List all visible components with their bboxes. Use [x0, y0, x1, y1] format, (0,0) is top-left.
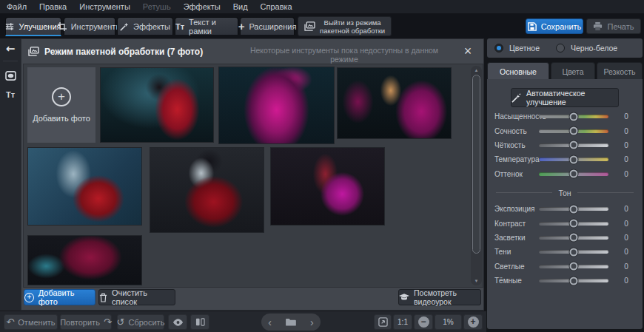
save-icon — [528, 22, 537, 31]
next-photo-button[interactable]: › — [310, 317, 314, 328]
close-icon[interactable]: × — [460, 41, 476, 61]
tab-basic[interactable]: Основные — [487, 62, 549, 80]
photo-navigator: ‹ › — [261, 314, 321, 331]
photo-thumbnail-1[interactable] — [100, 67, 214, 143]
slider-handle[interactable] — [570, 234, 578, 242]
slider-row-temperature: Температура 0 — [487, 152, 643, 166]
slider-handle[interactable] — [570, 220, 578, 228]
zoom-in-button[interactable]: + — [463, 314, 483, 330]
text-tool-button[interactable]: Tт — [0, 85, 21, 104]
scroll-up-icon[interactable]: ▲ — [471, 68, 482, 72]
add-photo-label: Добавить фото — [38, 288, 95, 306]
zoom-out-button[interactable]: − — [414, 314, 433, 330]
fit-to-screen-button[interactable] — [374, 314, 392, 330]
slider-handle[interactable] — [570, 248, 578, 256]
clear-list-button[interactable]: Очистить список — [98, 289, 175, 305]
vertical-scrollbar[interactable]: ▲ ▼ — [471, 66, 482, 285]
photo-editor-window: Файл Правка Инструменты Ретушь Эффекты В… — [0, 0, 644, 332]
folder-icon[interactable] — [285, 318, 296, 326]
tab-extensions[interactable]: + Расширения — [240, 17, 295, 35]
add-photo-tile[interactable]: + Добавить фото — [27, 67, 95, 143]
slider-handle[interactable] — [570, 205, 578, 213]
clarity-slider[interactable] — [539, 143, 608, 147]
magic-wand-icon — [120, 22, 129, 31]
prev-photo-button[interactable]: ‹ — [268, 317, 272, 328]
slider-row-tint: Оттенок 0 — [487, 167, 643, 181]
slider-value: 0 — [619, 155, 634, 163]
menu-view[interactable]: Вид — [233, 2, 248, 11]
scrollbar-thumb[interactable] — [472, 75, 480, 254]
reset-button[interactable]: ↺ Сбросить — [117, 314, 164, 330]
whites-slider[interactable] — [539, 265, 608, 268]
menu-effects[interactable]: Эффекты — [184, 2, 221, 11]
tab-enhancements[interactable]: Улучшения — [5, 17, 61, 36]
photo-thumbnail-2[interactable] — [218, 67, 335, 144]
text-tool-icon: Tт — [6, 90, 15, 99]
slider-handle[interactable] — [570, 277, 578, 285]
print-button[interactable]: Печать — [586, 18, 641, 34]
tab-tools[interactable]: Инструменты — [64, 17, 115, 35]
shadows-slider[interactable] — [539, 250, 608, 254]
slider-row-clarity: Чёткость 0 — [487, 138, 643, 152]
zoom-actual-button[interactable]: 1:1 — [393, 314, 412, 330]
divider — [3, 61, 18, 61]
redo-button[interactable]: Повторить ↷ — [60, 314, 112, 330]
blacks-slider[interactable] — [539, 279, 608, 282]
tab-effects[interactable]: Эффекты — [117, 17, 173, 35]
preview-original-button[interactable] — [168, 314, 187, 330]
slider-label: Экспозиция — [494, 205, 534, 213]
back-button[interactable]: ← — [0, 38, 21, 59]
contrast-slider[interactable] — [539, 222, 608, 226]
watch-tutorial-button[interactable]: Посмотреть видеоурок — [398, 289, 481, 305]
auto-enhance-button[interactable]: Автоматическое улучшение — [511, 88, 619, 107]
status-bar: ↶ Отменить Повторить ↷ ↺ Сбросить — [0, 311, 486, 332]
batch-title: Режим пакетной обработки (7 фото) — [44, 47, 203, 57]
scroll-down-icon[interactable]: ▼ — [471, 279, 482, 283]
exit-batch-mode-button[interactable]: Выйти из режима пакетной обработки — [298, 16, 392, 36]
save-button[interactable]: Сохранить — [526, 18, 583, 34]
slider-handle[interactable] — [570, 170, 578, 178]
slider-value: 0 — [619, 205, 634, 213]
menu-file[interactable]: Файл — [7, 2, 27, 11]
vignette-tool-button[interactable] — [0, 66, 21, 85]
tab-text-frames[interactable]: Tт Текст и рамки — [175, 17, 238, 35]
before-after-button[interactable] — [190, 314, 209, 330]
temperature-slider[interactable] — [539, 157, 608, 161]
slider-handle[interactable] — [570, 262, 578, 271]
color-radio[interactable] — [494, 44, 503, 52]
minus-icon: − — [418, 316, 429, 328]
tint-slider[interactable] — [539, 172, 608, 176]
undo-icon: ↶ — [6, 316, 14, 328]
slider-label: Сочность — [494, 127, 527, 135]
tab-label: Текст и рамки — [189, 18, 238, 35]
slider-value: 0 — [619, 234, 634, 242]
photo-thumbnail-6[interactable] — [270, 147, 385, 226]
batch-notice: Некоторые инструменты пока недоступны в … — [244, 46, 445, 64]
menu-retouch: Ретушь — [143, 2, 171, 11]
saturation-slider[interactable] — [539, 115, 608, 118]
redo-icon: ↷ — [104, 316, 112, 328]
slider-row-shadows: Тени 0 — [487, 245, 643, 259]
slider-handle[interactable] — [570, 127, 578, 135]
zoom-level[interactable]: 1% — [435, 314, 462, 330]
slider-handle[interactable] — [570, 141, 578, 149]
exposure-slider[interactable] — [539, 207, 608, 211]
vibrance-slider[interactable] — [539, 129, 608, 133]
bw-radio[interactable] — [556, 44, 565, 52]
tab-colors[interactable]: Цвета — [551, 62, 595, 80]
menu-edit[interactable]: Правка — [39, 2, 67, 11]
photo-thumbnail-5[interactable] — [150, 147, 264, 233]
slider-handle[interactable] — [570, 112, 578, 121]
add-photo-button[interactable]: + Добавить фото — [24, 289, 95, 305]
photo-thumbnail-7[interactable] — [27, 235, 142, 285]
undo-button[interactable]: ↶ Отменить — [4, 314, 58, 330]
highlights-slider[interactable] — [539, 236, 608, 240]
slider-handle[interactable] — [570, 155, 578, 163]
photo-thumbnail-4[interactable] — [27, 147, 142, 226]
tab-sharpness[interactable]: Резкость — [597, 62, 643, 80]
photo-thumbnail-3[interactable] — [337, 67, 452, 139]
tab-label: Расширения — [249, 22, 296, 31]
menu-tools[interactable]: Инструменты — [79, 2, 130, 11]
menu-help[interactable]: Справка — [261, 2, 292, 11]
zoom-actual-label: 1:1 — [398, 318, 408, 326]
